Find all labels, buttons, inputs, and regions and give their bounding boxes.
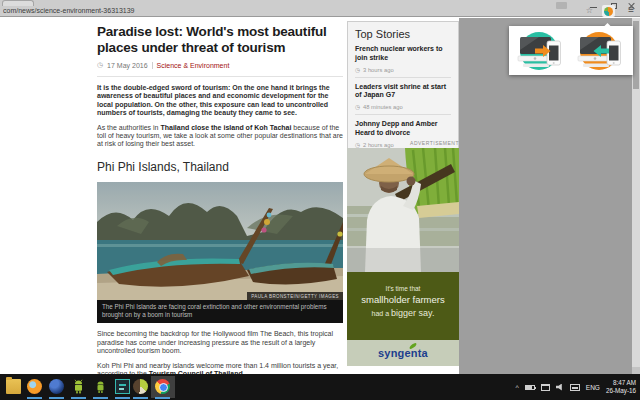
running-indicator	[155, 397, 170, 399]
advertisement[interactable]: ADVERTISEMENT	[347, 140, 459, 366]
browser-menu-icon[interactable]: ≡	[628, 4, 634, 15]
android-device-icon[interactable]	[93, 379, 108, 394]
photo-credit: PAULA BRONSTEIN/GETTY IMAGES	[247, 292, 343, 300]
running-indicator	[133, 397, 148, 399]
ad-text-line: smallholder farmers	[347, 294, 459, 305]
bookmark-star-icon[interactable]: ☆	[586, 6, 593, 15]
clock-date: 26-May-16	[606, 387, 636, 396]
farmer-photo-illustration	[347, 148, 459, 272]
ad-text-line: had a bigger say.	[347, 308, 459, 318]
advertisement-label: ADVERTISEMENT	[347, 140, 459, 146]
article-paragraph-lead: It is the double-edged sword of tourism:…	[97, 84, 343, 116]
article-date: 17 May 2016	[107, 62, 147, 69]
list-divider	[355, 77, 451, 78]
page-scrollbar[interactable]	[632, 18, 640, 374]
taskbar-clock[interactable]: 8:47 AM 26-May-16	[606, 379, 636, 396]
running-indicator	[49, 397, 64, 399]
tray-expand-icon[interactable]: ^	[516, 384, 519, 391]
running-indicator	[27, 397, 42, 399]
top-story-time: ◷3 hours ago	[355, 67, 451, 73]
inline-link[interactable]: Thailand close the island of Koh Tachai	[160, 124, 291, 131]
time-text: 3 hours ago	[363, 67, 394, 73]
code-editor-icon[interactable]	[115, 379, 130, 394]
chrome-icon[interactable]	[155, 379, 170, 394]
meta-rule	[97, 76, 343, 77]
boats-photo-illustration	[97, 182, 343, 300]
touch-keyboard-icon[interactable]	[570, 384, 580, 391]
meta-divider	[152, 62, 153, 69]
article-subheading: Phi Phi Islands, Thailand	[97, 160, 343, 174]
photo-caption: The Phi Phi Islands are facing coral ext…	[97, 300, 343, 323]
top-stories-title: Top Stories	[355, 28, 451, 40]
paragraph-text: As the authorities in	[97, 124, 160, 131]
ad-text: had a	[372, 310, 391, 317]
address-bar[interactable]: com/news/science-environment-36313139	[3, 7, 423, 16]
sdk-manager-icon[interactable]	[133, 379, 148, 394]
file-explorer-icon[interactable]	[6, 379, 21, 394]
article-photo: PAULA BRONSTEIN/GETTY IMAGES	[97, 182, 343, 300]
send-to-phone-icon[interactable]	[513, 28, 569, 74]
clock-time: 8:47 AM	[606, 379, 636, 388]
top-stories-panel: Top Stories French nuclear workers to jo…	[347, 21, 459, 157]
ad-photo	[347, 148, 459, 272]
extension-icon	[604, 7, 613, 16]
firefox-icon[interactable]	[27, 379, 42, 394]
top-story-link[interactable]: French nuclear workers to join strike	[355, 45, 451, 63]
running-indicator	[93, 397, 108, 399]
desktop-screen: com/news/science-environment-36313139 ☆ …	[0, 0, 640, 400]
receive-from-phone-icon[interactable]	[571, 28, 627, 74]
ad-brand-strip: syngenta	[347, 340, 459, 366]
section-link[interactable]: Science & Environment	[157, 62, 230, 69]
running-indicator	[115, 397, 130, 399]
time-text: 48 minutes ago	[363, 104, 403, 110]
profile-avatar-button[interactable]	[556, 2, 567, 9]
browser-toolbar: com/news/science-environment-36313139 ☆ …	[0, 0, 640, 17]
system-tray: ^ ENG 8:47 AM 26-May-16	[516, 374, 637, 400]
article-paragraph: Koh Phi Phi and nearby islands welcome m…	[97, 362, 343, 374]
article-paragraph: Since becoming the backdrop for the Holl…	[97, 330, 343, 354]
top-story-time: ◷48 minutes ago	[355, 104, 451, 110]
scrollbar-end-button[interactable]	[632, 367, 640, 374]
article-meta: ◷ 17 May 2016 Science & Environment	[97, 61, 343, 69]
ad-message: It's time that smallholder farmers had a…	[347, 272, 459, 340]
language-indicator[interactable]: ENG	[586, 384, 600, 391]
top-story-link[interactable]: Leaders visit shrine at start of Japan G…	[355, 83, 451, 101]
clock-icon: ◷	[355, 104, 360, 110]
scrollbar-thumb[interactable]	[633, 21, 639, 89]
list-divider	[355, 114, 451, 115]
article-headline: Paradise lost: World's most beautiful pl…	[97, 24, 343, 55]
extension-popup	[509, 26, 633, 75]
android-emulator-icon[interactable]	[71, 379, 86, 394]
running-indicator	[71, 397, 86, 399]
syngenta-leaf-icon	[409, 343, 418, 349]
clock-icon: ◷	[355, 67, 360, 73]
speaker-icon[interactable]	[556, 384, 564, 391]
windows-taskbar: ^ ENG 8:47 AM 26-May-16	[0, 374, 640, 400]
battery-icon[interactable]	[525, 385, 535, 390]
blue-globe-app-icon[interactable]	[49, 379, 64, 394]
ad-text-emphasis: bigger say.	[391, 308, 434, 318]
syngenta-logo: syngenta	[378, 347, 428, 359]
ad-text-line: It's time that	[347, 285, 459, 292]
network-icon[interactable]	[541, 384, 550, 391]
article: Paradise lost: World's most beautiful pl…	[97, 24, 343, 374]
top-story-link[interactable]: Johnny Depp and Amber Heard to divorce	[355, 120, 451, 138]
browser-tab[interactable]	[2, 0, 34, 6]
clock-icon: ◷	[97, 61, 103, 69]
extension-button[interactable]	[602, 5, 615, 17]
article-paragraph: As the authorities in Thailand close the…	[97, 124, 343, 148]
